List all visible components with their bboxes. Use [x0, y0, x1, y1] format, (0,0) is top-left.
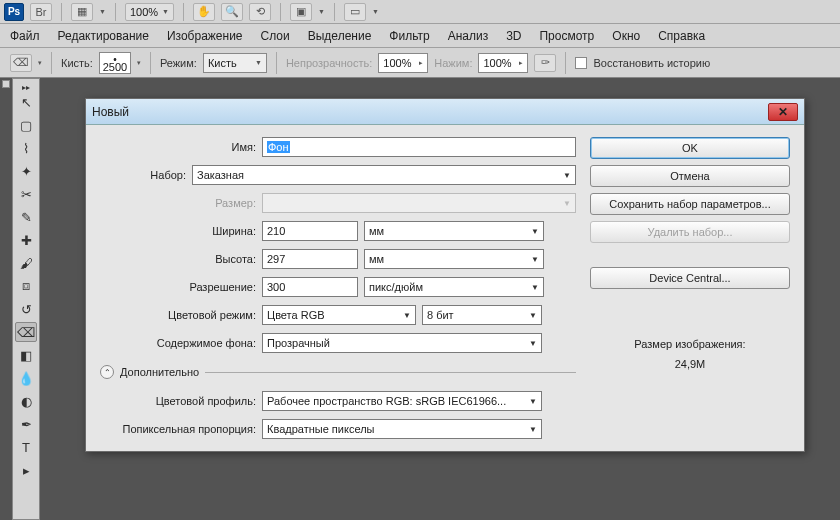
eraser-tool[interactable]: ⌫: [15, 322, 37, 342]
colormode-select[interactable]: Цвета RGB▼: [262, 305, 416, 325]
menu-layer[interactable]: Слои: [261, 29, 290, 43]
mode-select[interactable]: Кисть▼: [203, 53, 267, 73]
bridge-button[interactable]: Br: [30, 3, 52, 21]
height-input[interactable]: 297: [262, 249, 358, 269]
crop-tool[interactable]: ✂: [15, 184, 37, 204]
background-select[interactable]: Прозрачный▼: [262, 333, 542, 353]
height-unit-select[interactable]: мм▼: [364, 249, 544, 269]
advanced-label: Дополнительно: [120, 366, 199, 378]
dropdown-arrow-icon[interactable]: ▾: [137, 59, 141, 67]
menu-analysis[interactable]: Анализ: [448, 29, 489, 43]
dodge-tool[interactable]: ◐: [15, 391, 37, 411]
cancel-button[interactable]: Отмена: [590, 165, 790, 187]
tool-preset-button[interactable]: ⌫: [10, 54, 32, 72]
aspect-select[interactable]: Квадратные пикселы▼: [262, 419, 542, 439]
healing-tool[interactable]: ✚: [15, 230, 37, 250]
ok-button[interactable]: OK: [590, 137, 790, 159]
dialog-title: Новый: [92, 105, 129, 119]
mode-label: Режим:: [160, 57, 197, 69]
menu-3d[interactable]: 3D: [506, 29, 521, 43]
width-label: Ширина:: [100, 225, 256, 237]
name-input[interactable]: Фон: [262, 137, 576, 157]
history-brush-tool[interactable]: ↺: [15, 299, 37, 319]
zoom-select[interactable]: 100%▼: [125, 3, 174, 21]
menu-view[interactable]: Просмотр: [539, 29, 594, 43]
flow-label: Нажим:: [434, 57, 472, 69]
name-label: Имя:: [100, 141, 256, 153]
dropdown-arrow-icon[interactable]: ▼: [99, 8, 106, 15]
menu-image[interactable]: Изображение: [167, 29, 243, 43]
toolbox-handle[interactable]: ▸▸: [18, 83, 34, 89]
dropdown-arrow-icon[interactable]: ▼: [372, 8, 379, 15]
rotate-view-button[interactable]: ⟲: [249, 3, 271, 21]
marquee-tool[interactable]: ▢: [15, 115, 37, 135]
background-label: Содержимое фона:: [100, 337, 256, 349]
size-select: ▼: [262, 193, 576, 213]
size-label: Размер:: [100, 197, 256, 209]
airbrush-button[interactable]: ✑: [534, 54, 556, 72]
close-icon: ✕: [778, 105, 788, 119]
width-unit-select[interactable]: мм▼: [364, 221, 544, 241]
imagesize-label: Размер изображения:: [590, 335, 790, 355]
menu-file[interactable]: Файл: [10, 29, 40, 43]
dropdown-arrow-icon[interactable]: ▾: [38, 59, 42, 67]
save-preset-button[interactable]: Сохранить набор параметров...: [590, 193, 790, 215]
flow-input[interactable]: 100%▸: [478, 53, 528, 73]
close-button[interactable]: ✕: [768, 103, 798, 121]
arrange-button[interactable]: ▣: [290, 3, 312, 21]
pan-tool-button[interactable]: ✋: [193, 3, 215, 21]
toolbox-grip[interactable]: [2, 80, 10, 88]
profile-label: Цветовой профиль:: [100, 395, 256, 407]
width-input[interactable]: 210: [262, 221, 358, 241]
brush-label: Кисть:: [61, 57, 93, 69]
menu-filter[interactable]: Фильтр: [389, 29, 429, 43]
preset-label: Набор:: [100, 169, 186, 181]
zoom-tool-button[interactable]: 🔍: [221, 3, 243, 21]
screenmode-button[interactable]: ▭: [344, 3, 366, 21]
resolution-unit-select[interactable]: пикс/дюйм▼: [364, 277, 544, 297]
imagesize-value: 24,9M: [590, 355, 790, 375]
eyedropper-tool[interactable]: ✎: [15, 207, 37, 227]
delete-preset-button: Удалить набор...: [590, 221, 790, 243]
lasso-tool[interactable]: ⌇: [15, 138, 37, 158]
height-label: Высота:: [100, 253, 256, 265]
restore-history-checkbox[interactable]: [575, 57, 587, 69]
stamp-tool[interactable]: ⧈: [15, 276, 37, 296]
pen-tool[interactable]: ✒: [15, 414, 37, 434]
gradient-tool[interactable]: ◧: [15, 345, 37, 365]
resolution-input[interactable]: 300: [262, 277, 358, 297]
dropdown-arrow-icon[interactable]: ▼: [318, 8, 325, 15]
menu-edit[interactable]: Редактирование: [58, 29, 149, 43]
type-tool[interactable]: T: [15, 437, 37, 457]
restore-history-label: Восстановить историю: [593, 57, 710, 69]
bitdepth-select[interactable]: 8 бит▼: [422, 305, 542, 325]
profile-select[interactable]: Рабочее пространство RGB: sRGB IEC61966.…: [262, 391, 542, 411]
viewmode-button[interactable]: ▦: [71, 3, 93, 21]
wand-tool[interactable]: ✦: [15, 161, 37, 181]
path-select-tool[interactable]: ▸: [15, 460, 37, 480]
advanced-toggle[interactable]: ⌃: [100, 365, 114, 379]
opacity-input[interactable]: 100%▸: [378, 53, 428, 73]
colormode-label: Цветовой режим:: [100, 309, 256, 321]
move-tool[interactable]: ↖: [15, 92, 37, 112]
menu-window[interactable]: Окно: [612, 29, 640, 43]
new-document-dialog: Новый ✕ Имя: Фон Набор: Заказная▼ Размер…: [85, 98, 805, 452]
aspect-label: Попиксельная пропорция:: [100, 423, 256, 435]
device-central-button[interactable]: Device Central...: [590, 267, 790, 289]
preset-select[interactable]: Заказная▼: [192, 165, 576, 185]
menu-help[interactable]: Справка: [658, 29, 705, 43]
opacity-label: Непрозрачность:: [286, 57, 372, 69]
app-logo: Ps: [4, 3, 24, 21]
menu-select[interactable]: Выделение: [308, 29, 372, 43]
blur-tool[interactable]: 💧: [15, 368, 37, 388]
brush-tool[interactable]: 🖌: [15, 253, 37, 273]
brush-preview[interactable]: 2500: [99, 52, 131, 74]
resolution-label: Разрешение:: [100, 281, 256, 293]
